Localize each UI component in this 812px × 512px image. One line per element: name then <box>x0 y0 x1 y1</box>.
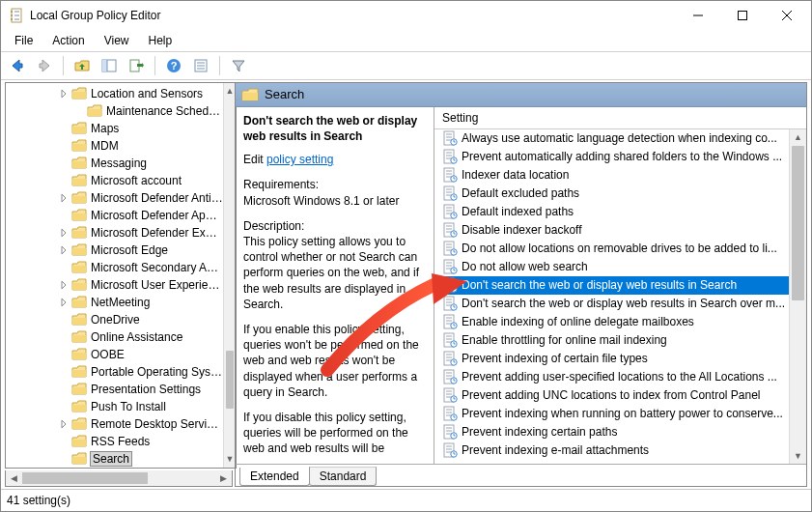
menu-file[interactable]: File <box>7 32 41 49</box>
tree-item[interactable]: Microsoft Defender Application Guard <box>6 207 223 224</box>
tree-scrollbar-h[interactable]: ◀ ▶ <box>5 470 233 487</box>
description-text-1: This policy setting allows you to contro… <box>243 234 426 312</box>
tree-item[interactable]: Maps <box>6 120 223 137</box>
folder-icon <box>71 365 87 379</box>
maximize-button[interactable] <box>720 1 765 30</box>
setting-list-item[interactable]: Prevent indexing of certain file types <box>434 350 789 368</box>
setting-list-item[interactable]: Prevent adding user-specified locations … <box>434 368 789 386</box>
toolbar-separator <box>219 56 220 75</box>
tree-item[interactable]: OOBE <box>6 346 223 363</box>
chevron-right-icon[interactable] <box>58 192 70 204</box>
tree-item[interactable]: Online Assistance <box>6 328 223 346</box>
scroll-left-icon[interactable]: ◀ <box>6 470 22 486</box>
chevron-right-icon[interactable] <box>58 244 70 256</box>
tab-standard[interactable]: Standard <box>309 467 378 486</box>
app-icon <box>9 8 24 23</box>
tree-item[interactable]: Remote Desktop Services <box>6 415 223 433</box>
requirements-label: Requirements: <box>243 177 426 192</box>
tree-item[interactable]: Microsoft account <box>6 172 223 189</box>
folder-icon <box>71 139 87 153</box>
setting-label: Prevent indexing of certain file types <box>462 352 648 365</box>
export-list-button[interactable] <box>124 54 149 77</box>
tree-item[interactable]: Presentation Settings <box>6 381 223 398</box>
up-button[interactable] <box>70 54 95 77</box>
setting-list-item[interactable]: Prevent automatically adding shared fold… <box>434 148 789 166</box>
setting-list-item[interactable]: Don't search the web or display web resu… <box>434 295 789 313</box>
description-text-3: If you disable this policy setting, quer… <box>243 410 426 457</box>
setting-list-item[interactable]: Don't search the web or display web resu… <box>434 276 789 295</box>
setting-list-item[interactable]: Prevent indexing when running on battery… <box>434 405 789 423</box>
setting-list-item[interactable]: Disable indexer backoff <box>434 221 789 240</box>
window-title: Local Group Policy Editor <box>30 9 160 22</box>
minimize-button[interactable] <box>676 1 720 30</box>
column-header-setting[interactable]: Setting <box>434 107 806 129</box>
chevron-right-icon[interactable] <box>58 279 70 291</box>
setting-list-item[interactable]: Indexer data location <box>434 166 789 185</box>
show-hide-tree-button[interactable] <box>97 54 122 77</box>
setting-label: Default excluded paths <box>462 186 579 200</box>
setting-list-item[interactable]: Prevent indexing certain paths <box>434 423 789 441</box>
scroll-down-icon[interactable]: ▼ <box>790 447 806 464</box>
tree-item[interactable]: Search <box>6 450 223 468</box>
help-button[interactable]: ? <box>161 54 186 77</box>
tree-item-label: Microsoft account <box>91 174 182 187</box>
help-icon: ? <box>166 58 182 73</box>
tab-extended[interactable]: Extended <box>239 468 310 486</box>
setting-list-item[interactable]: Prevent adding UNC locations to index fr… <box>434 386 789 405</box>
edit-policy-link[interactable]: policy setting <box>266 153 333 166</box>
menu-view[interactable]: View <box>97 32 137 49</box>
requirements-value: Microsoft Windows 8.1 or later <box>243 193 426 209</box>
setting-list-item[interactable]: Do not allow web search <box>434 258 789 276</box>
setting-list-item[interactable]: Always use automatic language detection … <box>434 129 789 148</box>
tree-item-label: OneDrive <box>91 313 140 327</box>
settings-scrollbar-v[interactable]: ▲ ▼ <box>789 129 806 464</box>
folder-icon <box>71 400 87 413</box>
tree-item[interactable]: MDM <box>6 137 223 155</box>
menu-help[interactable]: Help <box>141 32 181 49</box>
tree-item-label: Remote Desktop Services <box>91 417 223 431</box>
setting-list-item[interactable]: Default excluded paths <box>434 185 789 203</box>
tree-item-label: Microsoft Secondary Authentication Facto… <box>91 261 223 274</box>
tree-item[interactable]: Microsoft Defender Exploit Guard <box>6 224 223 242</box>
setting-list-item[interactable]: Default indexed paths <box>434 203 789 221</box>
chevron-right-icon[interactable] <box>58 227 70 239</box>
setting-label: Indexer data location <box>462 168 569 182</box>
tree-item[interactable]: Maintenance Schedule <box>6 102 223 120</box>
scroll-right-icon[interactable]: ▶ <box>215 470 232 486</box>
tree-item[interactable]: Microsoft Secondary Authentication Facto… <box>6 259 223 276</box>
setting-list-item[interactable]: Do not allow locations on removable driv… <box>434 240 789 258</box>
policy-setting-icon <box>442 387 458 403</box>
tree-item[interactable]: Push To Install <box>6 398 223 415</box>
properties-button[interactable] <box>188 54 213 77</box>
tree-item[interactable]: Microsoft User Experience Virtualization <box>6 276 223 294</box>
tabs-row: Extended Standard <box>236 464 806 486</box>
tree-item[interactable]: OneDrive <box>6 311 223 328</box>
chevron-right-icon[interactable] <box>58 297 70 308</box>
close-button[interactable] <box>765 1 809 30</box>
svg-rect-1 <box>11 11 13 13</box>
tree-item[interactable]: Microsoft Edge <box>6 242 223 259</box>
tree-item[interactable]: Location and Sensors <box>6 85 223 102</box>
tree-item[interactable]: RSS Feeds <box>6 433 223 450</box>
tree-item[interactable]: Messaging <box>6 155 223 172</box>
back-button[interactable] <box>5 54 30 77</box>
tree-item[interactable]: NetMeeting <box>6 294 223 311</box>
tree-item[interactable]: Microsoft Defender Antivirus <box>6 189 223 207</box>
filter-button[interactable] <box>226 54 251 77</box>
folder-icon <box>71 261 87 274</box>
setting-list-item[interactable]: Enable throttling for online mail indexi… <box>434 331 789 350</box>
folder-icon <box>71 87 87 100</box>
tree-item[interactable]: Portable Operating System <box>6 363 223 381</box>
setting-list-item[interactable]: Prevent indexing e-mail attachments <box>434 441 789 460</box>
chevron-right-icon[interactable] <box>58 418 70 430</box>
chevron-right-icon[interactable] <box>58 88 70 100</box>
setting-list-item[interactable]: Enable indexing of online delegate mailb… <box>434 313 789 331</box>
forward-button[interactable] <box>32 54 57 77</box>
menu-action[interactable]: Action <box>44 32 92 49</box>
tree-item-label: Search <box>91 452 131 466</box>
description-label: Description: <box>243 218 426 234</box>
pane-header: Search <box>236 83 806 107</box>
status-text: 41 setting(s) <box>7 494 70 507</box>
scroll-up-icon[interactable]: ▲ <box>790 129 806 146</box>
svg-rect-12 <box>102 60 107 71</box>
